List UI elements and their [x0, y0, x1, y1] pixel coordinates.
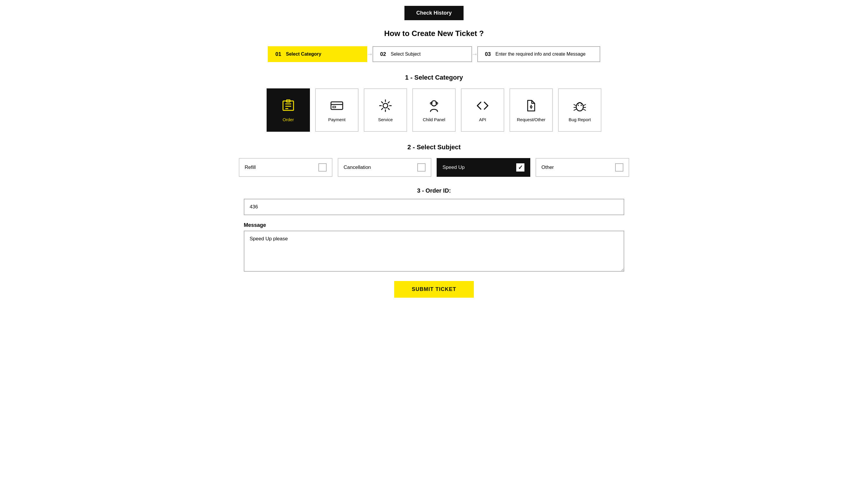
- steps-bar: 01 Select Category → 02 Select Subject →…: [12, 46, 856, 62]
- subject-refill-checkbox[interactable]: [318, 163, 327, 172]
- subject-speedup-label: Speed Up: [442, 164, 465, 171]
- svg-point-24: [578, 105, 579, 106]
- order-id-section: 3 - Order ID:: [244, 187, 624, 215]
- form-section: 3 - Order ID: Message Speed Up please SU…: [244, 187, 624, 298]
- svg-rect-5: [331, 102, 343, 110]
- svg-line-23: [583, 109, 586, 110]
- order-id-input[interactable]: [244, 199, 624, 215]
- category-child[interactable]: Child Panel: [412, 88, 456, 132]
- category-child-label: Child Panel: [423, 117, 445, 122]
- category-api[interactable]: API: [461, 88, 504, 132]
- svg-line-21: [583, 104, 586, 106]
- subject-cancellation[interactable]: Cancellation: [338, 158, 431, 177]
- category-api-label: API: [479, 117, 486, 122]
- subject-speedup-checkbox[interactable]: ✓: [516, 163, 524, 172]
- step-3: 03 Enter the required info and create Me…: [477, 46, 600, 62]
- check-icon: ✓: [518, 164, 523, 171]
- order-icon: [281, 98, 296, 114]
- category-grid: Order Payment Service: [12, 88, 856, 132]
- subject-refill-label: Refill: [245, 164, 256, 171]
- step-arrow-1: →: [367, 50, 373, 58]
- svg-point-25: [581, 105, 582, 106]
- step-2-label: Select Subject: [391, 52, 421, 57]
- step-1-label: Select Category: [286, 52, 321, 57]
- svg-line-20: [574, 109, 576, 110]
- subject-other[interactable]: Other: [535, 158, 629, 177]
- order-id-label: 3 - Order ID:: [244, 187, 624, 194]
- step-3-label: Enter the required info and create Messa…: [495, 52, 586, 57]
- subject-other-label: Other: [541, 164, 554, 171]
- svg-point-8: [383, 103, 388, 108]
- category-service-label: Service: [378, 117, 393, 122]
- category-bug[interactable]: Bug Report: [558, 88, 601, 132]
- subject-refill[interactable]: Refill: [239, 158, 333, 177]
- category-bug-label: Bug Report: [569, 117, 591, 122]
- subject-cancellation-label: Cancellation: [344, 164, 371, 171]
- step-3-num: 03: [485, 51, 491, 57]
- category-order[interactable]: Order: [267, 88, 310, 132]
- step-2: 02 Select Subject: [373, 46, 472, 62]
- category-payment[interactable]: Payment: [315, 88, 359, 132]
- svg-line-18: [574, 104, 576, 106]
- subject-section-title: 2 - Select Subject: [12, 144, 856, 151]
- page-title: How to Create New Ticket ?: [12, 29, 856, 38]
- subject-cancellation-checkbox[interactable]: [417, 163, 426, 172]
- category-payment-label: Payment: [328, 117, 345, 122]
- step-1: 01 Select Category: [268, 46, 367, 62]
- subject-other-checkbox[interactable]: [615, 163, 623, 172]
- bug-report-icon: [572, 98, 587, 114]
- category-service[interactable]: Service: [364, 88, 407, 132]
- category-section-title: 1 - Select Category: [12, 74, 856, 81]
- message-label: Message: [244, 222, 624, 228]
- message-textarea[interactable]: Speed Up please: [244, 231, 624, 272]
- submit-area: SUBMIT TICKET: [244, 281, 624, 298]
- payment-icon: [329, 98, 344, 114]
- category-request-label: Request/Other: [517, 117, 546, 122]
- child-panel-icon: [426, 98, 442, 114]
- svg-point-17: [576, 103, 583, 111]
- category-order-label: Order: [283, 117, 294, 122]
- step-2-num: 02: [380, 51, 386, 57]
- request-other-icon: [524, 98, 539, 114]
- step-1-num: 01: [275, 51, 281, 57]
- subject-grid: Refill Cancellation Speed Up ✓ Other: [12, 158, 856, 177]
- service-icon: [378, 98, 393, 114]
- subject-speedup[interactable]: Speed Up ✓: [437, 158, 530, 177]
- svg-rect-7: [333, 106, 336, 108]
- submit-ticket-button[interactable]: SUBMIT TICKET: [394, 281, 474, 298]
- step-arrow-2: →: [471, 50, 478, 58]
- api-icon: [475, 98, 490, 114]
- check-history-button[interactable]: Check History: [404, 6, 463, 20]
- category-request[interactable]: Request/Other: [509, 88, 553, 132]
